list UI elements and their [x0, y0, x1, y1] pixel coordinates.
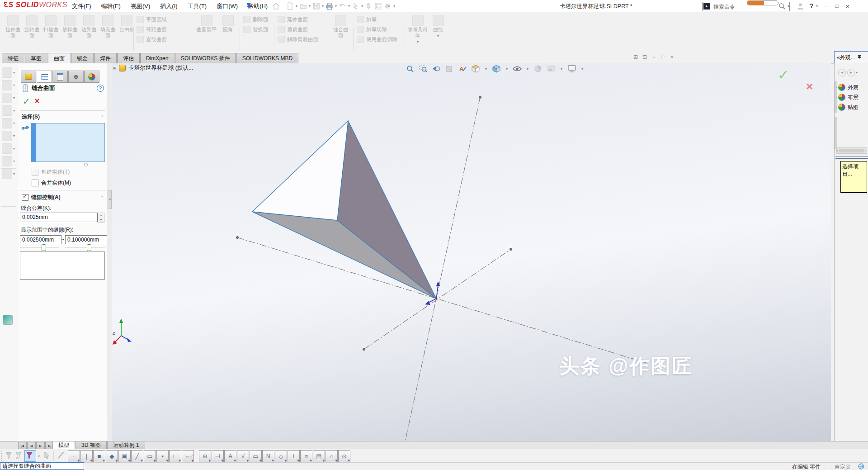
capsule-icon[interactable]: [365, 2, 373, 10]
open-icon[interactable]: [299, 2, 307, 10]
ribbon-small-button[interactable]: 替换面: [243, 24, 269, 34]
pm-ok-button[interactable]: ✓: [23, 96, 30, 107]
doc-close-icon[interactable]: ×: [667, 52, 676, 62]
first-tab-icon[interactable]: |◀: [18, 442, 27, 450]
task-pane-hscrollbar[interactable]: ‹ ›: [836, 147, 867, 154]
flyout-loft-icon[interactable]: ▾: [2, 105, 17, 116]
pm-help-icon[interactable]: ?: [97, 85, 104, 92]
ribbon-button[interactable]: 放样曲面: [61, 14, 79, 38]
flyout-knit-icon[interactable]: ▾: [2, 156, 17, 166]
create-solid-checkbox[interactable]: [32, 169, 38, 176]
previous-view-icon[interactable]: [432, 64, 441, 73]
menu-item[interactable]: 编辑(E): [96, 0, 126, 12]
flyout-caret[interactable]: ▾: [13, 147, 15, 151]
ribbon-button-caret[interactable]: ▾: [417, 40, 419, 44]
scroll-right-icon[interactable]: ›: [865, 148, 867, 153]
ribbon-small-button[interactable]: 删除面: [243, 14, 269, 24]
customize-button[interactable]: 自定义: [835, 463, 851, 470]
restore-button[interactable]: □: [832, 0, 842, 12]
filter-points-button[interactable]: ▪▾: [156, 450, 169, 462]
close-button[interactable]: ×: [843, 0, 853, 12]
flyout-caret[interactable]: ▾: [13, 109, 15, 113]
gap-control-checkbox[interactable]: [22, 194, 28, 201]
filter-center-marks-button[interactable]: ⊕▾: [199, 450, 211, 462]
flyout-thicken-icon[interactable]: ▾: [2, 168, 17, 179]
options-gear-icon[interactable]: [384, 2, 392, 10]
print-icon[interactable]: [326, 2, 333, 10]
selection-section-header[interactable]: 选择(S) ⌃: [22, 113, 104, 121]
filter-hatch-button[interactable]: ▤▾: [313, 450, 325, 462]
filter-weld-symbols-button[interactable]: ⊥▾: [288, 450, 300, 462]
filter-midpoints-button[interactable]: ∟▾: [169, 450, 181, 462]
gap-min-input[interactable]: 0.002500mm: [20, 235, 61, 244]
confirm-cancel-corner[interactable]: ×: [806, 80, 813, 94]
tree-expand-arrow-icon[interactable]: ▶: [113, 66, 116, 70]
filter-surface-finish-button[interactable]: √▾: [237, 450, 249, 462]
apply-scene-caret[interactable]: ▾: [561, 67, 562, 71]
merge-entities-row[interactable]: 合并实体(M): [32, 179, 71, 187]
command-tab[interactable]: 评估: [117, 53, 140, 63]
confirm-ok-corner[interactable]: ✓: [778, 67, 789, 83]
listbox-resize-handle[interactable]: [84, 163, 88, 166]
user-account-icon[interactable]: [797, 2, 804, 10]
ribbon-button[interactable]: 圆角: [217, 14, 238, 33]
tree-item-scenes[interactable]: › 布景: [835, 92, 859, 102]
ribbon-button[interactable]: 填充曲面: [99, 14, 117, 38]
pin-icon[interactable]: [245, 3, 252, 10]
filter-active-button[interactable]: [24, 450, 36, 462]
collapse-chevron-icon[interactable]: ⌃: [100, 195, 104, 200]
view-settings-caret[interactable]: ▾: [581, 67, 583, 71]
edit-appearance-icon[interactable]: [533, 64, 542, 73]
flyout-extrude-icon[interactable]: ▾: [2, 67, 17, 78]
command-tab[interactable]: 草图: [25, 53, 47, 63]
filter-faces-button[interactable]: ■▾: [93, 450, 105, 462]
filter-datums-button[interactable]: ⊣▾: [212, 450, 224, 462]
tree-item-appearances[interactable]: › 外观: [835, 82, 859, 92]
display-style-icon[interactable]: [492, 64, 501, 73]
hide-show-items-icon[interactable]: [513, 64, 522, 73]
ribbon-small-button[interactable]: 剪裁曲面: [278, 24, 318, 34]
ribbon-button[interactable]: 曲面展平: [196, 14, 217, 33]
menu-item[interactable]: 文件(F): [67, 0, 96, 12]
command-tab[interactable]: DimXpert: [140, 53, 175, 63]
menu-item[interactable]: 工具(T): [183, 0, 212, 12]
filter-edges-button[interactable]: |▾: [80, 450, 93, 462]
filter-dimensions-button[interactable]: ≡▾: [300, 450, 312, 462]
flyout-caret[interactable]: ▾: [13, 159, 15, 163]
filter-surface-bodies-button[interactable]: ◆▾: [106, 450, 118, 462]
print-caret[interactable]: ▾: [335, 4, 337, 8]
task-pane-header[interactable]: «外观...: [834, 51, 868, 64]
help-button[interactable]: ?: [807, 0, 816, 12]
scroll-left-icon[interactable]: ‹: [837, 148, 838, 153]
display-style-caret[interactable]: ▾: [506, 67, 508, 71]
command-tab[interactable]: 焊件: [94, 53, 117, 63]
splitter-collapse-arrow[interactable]: ◂: [108, 190, 112, 209]
ribbon-small-button[interactable]: 加厚: [357, 14, 397, 24]
model-tab[interactable]: 运动算例 1: [107, 442, 145, 450]
filter-notes-button[interactable]: N▾: [262, 450, 274, 462]
flyout-trim-icon[interactable]: ▾: [2, 143, 17, 154]
pm-cancel-button[interactable]: ×: [34, 96, 40, 106]
ribbon-small-button[interactable]: 延伸曲面: [278, 14, 318, 24]
filter-caret[interactable]: ▾: [38, 454, 40, 458]
ribbon-small-button[interactable]: 平面区域: [137, 14, 167, 24]
tab-display-manager[interactable]: [84, 71, 99, 83]
ribbon-button[interactable]: 曲线▾: [428, 14, 448, 44]
breadcrumb[interactable]: ▶ 卡塔尔世界杯足球 (默认...: [113, 64, 193, 72]
doc-minimize-icon[interactable]: −: [649, 52, 658, 62]
flyout-caret[interactable]: ▾: [13, 172, 15, 176]
flyout-caret[interactable]: ▾: [13, 83, 15, 87]
new-document-caret[interactable]: ▾: [296, 4, 297, 8]
search-options-caret[interactable]: ▾: [788, 4, 789, 8]
knit-tolerance-input[interactable]: 0.0025mm: [20, 213, 98, 222]
flyout-caret[interactable]: ▾: [13, 134, 15, 138]
hide-show-caret[interactable]: ▾: [527, 67, 528, 71]
gap-list-box[interactable]: [20, 252, 105, 280]
surfaces-selection-listbox[interactable]: [31, 123, 105, 162]
tab-dimxpert-manager[interactable]: ⊕: [68, 71, 84, 83]
properties-list-icon[interactable]: [374, 2, 382, 10]
panes-icon[interactable]: ⊞: [631, 52, 640, 62]
task-pane-scrollbar-thumb[interactable]: [835, 117, 837, 149]
flyout-caret[interactable]: ▾: [13, 121, 15, 125]
model-tab[interactable]: 模型: [52, 442, 75, 450]
